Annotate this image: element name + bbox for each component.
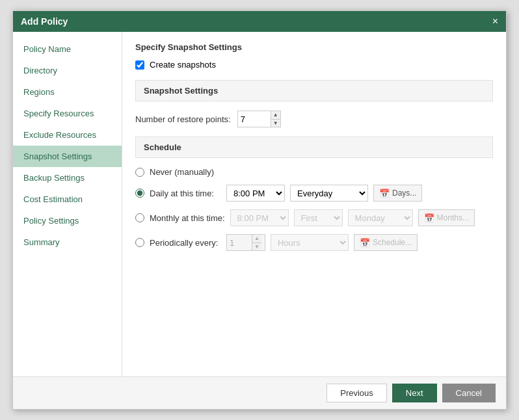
never-radio[interactable] xyxy=(135,168,144,177)
sidebar-item-summary[interactable]: Summary xyxy=(13,231,122,253)
create-snapshots-row: Create snapshots xyxy=(135,60,493,70)
periodically-spinbox: 1 ▲ ▼ xyxy=(226,234,265,251)
dialog-header: Add Policy × xyxy=(13,11,506,32)
months-btn-label: Months... xyxy=(437,213,469,222)
cancel-button[interactable]: Cancel xyxy=(442,384,496,402)
days-button[interactable]: 📅 Days... xyxy=(373,185,422,202)
restore-points-input[interactable]: 7 xyxy=(238,111,271,127)
calendar2-icon: 📅 xyxy=(424,213,434,223)
restore-points-spinner-buttons: ▲ ▼ xyxy=(271,111,280,127)
monthly-first-select[interactable]: First Second Third Last xyxy=(294,209,343,226)
sidebar-item-directory[interactable]: Directory xyxy=(13,60,122,81)
sidebar: Policy NameDirectoryRegionsSpecify Resou… xyxy=(13,32,122,376)
monthly-time-select[interactable]: 8:00 PM xyxy=(230,209,289,226)
periodically-up-btn[interactable]: ▲ xyxy=(252,235,261,243)
schedule-btn-label: Schedule... xyxy=(373,238,412,247)
daily-row: Daily at this time: 8:00 PM 9:00 PM 10:0… xyxy=(135,185,493,202)
periodically-label: Periodically every: xyxy=(150,238,221,248)
restore-points-row: Number of restore points: 7 ▲ ▼ xyxy=(135,111,493,127)
add-policy-dialog: Add Policy × Policy NameDirectoryRegions… xyxy=(12,10,507,410)
monthly-row: Monthly at this time: 8:00 PM First Seco… xyxy=(135,209,493,226)
close-button[interactable]: × xyxy=(492,16,498,27)
monthly-label: Monthly at this time: xyxy=(150,213,225,223)
sidebar-item-policy-name[interactable]: Policy Name xyxy=(13,38,122,60)
schedule-heading: Schedule xyxy=(135,137,493,158)
periodically-spinner-buttons: ▲ ▼ xyxy=(252,235,261,250)
monthly-day-select[interactable]: Monday Tuesday Wednesday xyxy=(348,209,413,226)
schedule-button[interactable]: 📅 Schedule... xyxy=(354,234,418,251)
restore-points-down-btn[interactable]: ▼ xyxy=(271,119,280,127)
sidebar-item-exclude-resources[interactable]: Exclude Resources xyxy=(13,124,122,146)
calendar-icon: 📅 xyxy=(379,189,390,198)
daily-freq-select[interactable]: Everyday Weekdays Weekends xyxy=(290,185,368,202)
sidebar-item-cost-estimation[interactable]: Cost Estimation xyxy=(13,189,122,210)
sidebar-item-specify-resources[interactable]: Specify Resources xyxy=(13,103,122,124)
days-btn-label: Days... xyxy=(392,189,416,198)
sidebar-item-backup-settings[interactable]: Backup Settings xyxy=(13,167,122,189)
main-content: Specify Snapshot Settings Create snapsho… xyxy=(122,32,506,376)
dialog-body: Policy NameDirectoryRegionsSpecify Resou… xyxy=(13,32,506,376)
daily-radio[interactable] xyxy=(135,189,144,198)
sidebar-item-regions[interactable]: Regions xyxy=(13,81,122,103)
daily-label: Daily at this time: xyxy=(150,189,221,198)
section-heading: Specify Snapshot Settings xyxy=(135,42,493,52)
calendar3-icon: 📅 xyxy=(360,238,370,248)
dialog-footer: Previous Next Cancel xyxy=(13,376,506,409)
hours-select[interactable]: Hours Days Weeks xyxy=(271,234,349,251)
create-snapshots-checkbox[interactable] xyxy=(135,60,144,70)
sidebar-item-snapshot-settings[interactable]: Snapshot Settings xyxy=(13,146,122,167)
sidebar-item-policy-settings[interactable]: Policy Settings xyxy=(13,210,122,231)
restore-points-label: Number of restore points: xyxy=(135,114,231,124)
dialog-title: Add Policy xyxy=(21,16,68,27)
restore-points-spinbox: 7 ▲ ▼ xyxy=(237,111,281,127)
never-row: Never (manually) xyxy=(135,167,493,177)
snapshot-settings-heading: Snapshot Settings xyxy=(135,80,493,101)
create-snapshots-label: Create snapshots xyxy=(150,60,216,70)
never-label: Never (manually) xyxy=(150,167,221,177)
next-button[interactable]: Next xyxy=(392,384,437,402)
monthly-radio[interactable] xyxy=(135,213,144,222)
daily-time-select[interactable]: 8:00 PM 9:00 PM 10:00 PM xyxy=(226,185,285,202)
restore-points-up-btn[interactable]: ▲ xyxy=(271,111,280,119)
periodically-input[interactable]: 1 xyxy=(227,235,252,250)
periodically-row: Periodically every: 1 ▲ ▼ Hours Days Wee… xyxy=(135,234,493,251)
periodically-radio[interactable] xyxy=(135,238,144,247)
previous-button[interactable]: Previous xyxy=(326,384,387,402)
months-button[interactable]: 📅 Months... xyxy=(418,209,475,226)
periodically-down-btn[interactable]: ▼ xyxy=(252,243,261,251)
